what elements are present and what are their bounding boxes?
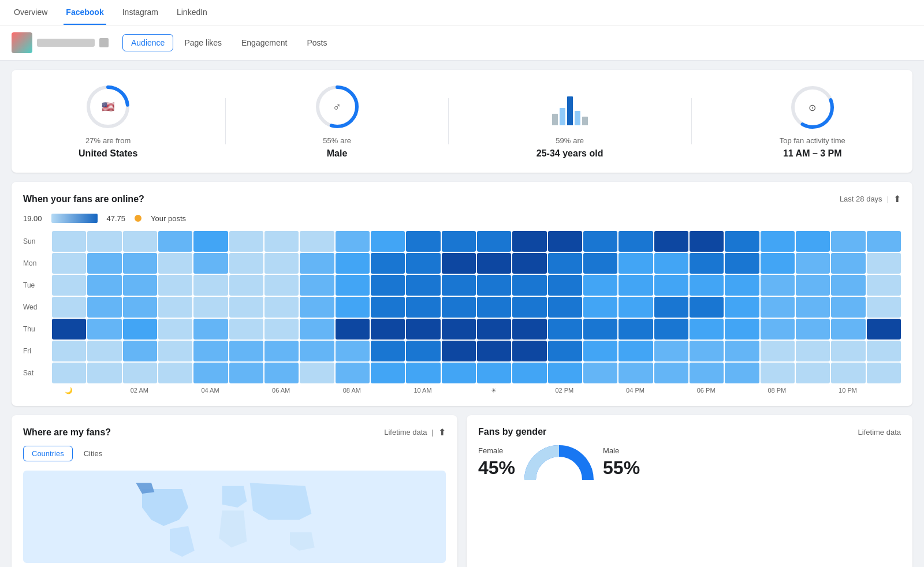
heatmap-cell <box>831 319 865 340</box>
heatmap-cell <box>512 319 546 340</box>
heatmap-cell <box>442 253 476 274</box>
heatmap-cell <box>725 275 759 296</box>
where-upload-icon[interactable]: ⬆ <box>438 427 446 438</box>
heatmap-cell <box>796 319 830 340</box>
heatmap-cell <box>477 231 511 252</box>
tab-engagement[interactable]: Engagement <box>233 34 296 51</box>
heatmap-cell <box>300 231 334 252</box>
heatmap-cell <box>725 253 759 274</box>
chart-meta: Last 28 days | ⬆ <box>840 193 901 204</box>
x-axis-label <box>866 387 901 394</box>
heatmap-cell <box>867 363 901 383</box>
heatmap-cell <box>264 231 299 252</box>
heatmap-cell <box>336 231 370 252</box>
nav-linkedin[interactable]: LinkedIn <box>174 1 210 25</box>
heatmap-cell <box>264 275 299 296</box>
heatmap-cell <box>867 297 901 318</box>
heatmap-cell <box>193 253 228 274</box>
where-fans-title: Where are my fans? <box>23 427 111 438</box>
tab-audience[interactable]: Audience <box>122 34 173 51</box>
heatmap-cell <box>831 297 865 318</box>
heatmap-cell <box>583 341 617 361</box>
logo-text <box>37 39 95 47</box>
heatmap-cell <box>229 363 263 383</box>
heatmap-cell <box>690 363 724 383</box>
day-label-sat: Sat <box>23 363 51 383</box>
nav-overview[interactable]: Overview <box>12 1 50 25</box>
nav-facebook[interactable]: Facebook <box>64 1 106 25</box>
heatmap-cell <box>512 363 546 383</box>
heatmap-cell <box>406 275 440 296</box>
heatmap-cell <box>512 275 546 296</box>
heatmap-cell <box>796 341 830 361</box>
nav-instagram[interactable]: Instagram <box>120 1 161 25</box>
x-axis-label <box>795 387 830 394</box>
heatmap-cell <box>619 297 653 318</box>
heatmap-cell <box>477 319 511 340</box>
female-item: Female 45% <box>478 446 515 479</box>
heatmap-cell <box>442 363 476 383</box>
gender-period: Lifetime data <box>858 428 901 437</box>
heatmap-wrapper: SunMonTueWedThuFriSat <box>23 231 901 383</box>
day-label-sun: Sun <box>23 231 51 252</box>
heatmap-cell <box>442 275 476 296</box>
tab-page-likes[interactable]: Page likes <box>176 34 230 51</box>
upload-icon[interactable]: ⬆ <box>893 193 901 204</box>
heatmap-cell <box>158 319 192 340</box>
heatmap-cell <box>725 363 759 383</box>
heatmap-cell <box>264 341 299 361</box>
heatmap-cell <box>583 231 617 252</box>
heatmap-cell <box>371 341 405 361</box>
heatmap-cell <box>264 297 299 318</box>
heatmap-cell <box>654 297 688 318</box>
heatmap-cell <box>548 297 582 318</box>
heatmap-cell <box>796 253 830 274</box>
page-logo <box>12 32 109 53</box>
heatmap-cell <box>123 275 157 296</box>
heatmap-cell <box>193 363 228 383</box>
tab-cities[interactable]: Cities <box>75 446 111 461</box>
activity-circle: ⊙ <box>789 84 836 130</box>
heatmap-cell <box>512 231 546 252</box>
heatmap-cell <box>548 319 582 340</box>
heatmap-cell <box>654 253 688 274</box>
heatmap-cell <box>654 319 688 340</box>
heatmap-cell <box>548 253 582 274</box>
heatmap-cell <box>406 319 440 340</box>
country-circle: 🇺🇸 <box>85 84 131 130</box>
summary-country: 🇺🇸 27% are from United States <box>79 84 137 159</box>
heatmap-cell <box>477 275 511 296</box>
heatmap-cell <box>52 319 86 340</box>
x-axis-label: 10 AM <box>405 387 440 394</box>
male-item: Male 55% <box>603 446 640 479</box>
heatmap-cell <box>831 363 865 383</box>
x-axis-label <box>370 387 405 394</box>
female-label: Female <box>478 446 503 455</box>
heatmap-cell <box>690 231 724 252</box>
heatmap-cell <box>87 275 121 296</box>
heatmap-cell <box>193 275 228 296</box>
heatmap-cell <box>477 341 511 361</box>
x-axis-label <box>157 387 192 394</box>
heatmap-cell <box>158 231 192 252</box>
gender-value: Male <box>327 148 348 159</box>
heatmap-cell <box>725 231 759 252</box>
posts-dot <box>135 215 141 222</box>
tab-posts[interactable]: Posts <box>298 34 336 51</box>
heatmap-cell <box>406 363 440 383</box>
heatmap-cell <box>371 363 405 383</box>
x-axis-label: 10 PM <box>830 387 865 394</box>
tab-countries[interactable]: Countries <box>23 446 73 461</box>
heatmap-cell <box>548 275 582 296</box>
divider-3 <box>691 98 692 144</box>
fans-by-gender-card: Fans by gender Lifetime data Female 45% <box>467 415 912 567</box>
heatmap-cell <box>654 275 688 296</box>
heatmap-cell <box>52 275 86 296</box>
heatmap-cell <box>371 275 405 296</box>
heatmap-cell <box>477 253 511 274</box>
heatmap-cell <box>831 275 865 296</box>
chart-legend: 19.00 47.75 Your posts <box>23 214 901 223</box>
where-fans-tabs: Countries Cities <box>23 446 446 461</box>
gender-meta: Lifetime data <box>858 428 901 437</box>
where-fans-period: Lifetime data <box>384 428 427 437</box>
